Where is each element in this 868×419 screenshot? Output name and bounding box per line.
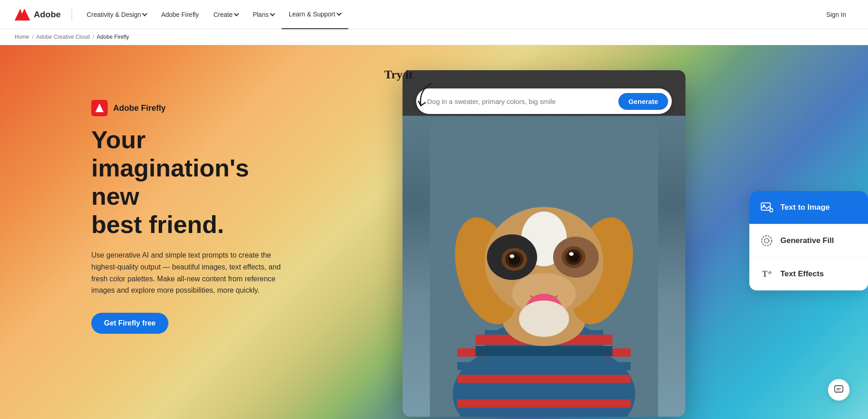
firefly-badge-label: Adobe Firefly xyxy=(113,103,166,113)
feature-item-text-effects[interactable]: T Text Effects xyxy=(749,258,868,290)
dog-svg xyxy=(430,120,658,417)
chevron-down-icon xyxy=(270,11,275,16)
demo-search-bar: Generate xyxy=(416,88,672,114)
adobe-logo-link[interactable]: Adobe xyxy=(15,8,61,21)
svg-point-42 xyxy=(762,236,772,246)
svg-marker-3 xyxy=(95,103,104,112)
breadcrumb-home[interactable]: Home xyxy=(15,34,29,40)
chevron-down-icon xyxy=(336,10,341,16)
hero-headline: Your imagination's new best friend. xyxy=(91,125,292,238)
text-effects-label: Text Effects xyxy=(780,269,824,279)
svg-point-30 xyxy=(569,252,574,256)
generative-fill-icon xyxy=(759,233,774,248)
nav-divider xyxy=(72,8,72,21)
svg-rect-10 xyxy=(457,399,631,408)
firefly-logo-icon xyxy=(94,103,105,113)
hero-section: Adobe Firefly Your imagination's new bes… xyxy=(0,45,868,419)
nav-right: Sign In xyxy=(819,7,853,22)
image-icon xyxy=(759,200,774,215)
nav-link-creativity-design[interactable]: Creativity & Design xyxy=(79,0,154,29)
generate-button[interactable]: Generate xyxy=(618,93,668,110)
svg-text:T: T xyxy=(762,269,768,279)
chevron-down-icon xyxy=(234,11,239,16)
feature-item-generative-fill[interactable]: Generative Fill xyxy=(749,224,868,258)
nav-link-adobe-firefly[interactable]: Adobe Firefly xyxy=(154,0,206,29)
nav-links: Creativity & Design Adobe Firefly Create… xyxy=(79,0,819,29)
chat-icon xyxy=(834,385,844,395)
demo-card: Generate xyxy=(403,70,685,417)
hero-right-content: Try it Generate xyxy=(366,45,868,419)
adobe-wordmark: Adobe xyxy=(34,10,61,20)
main-navigation: Adobe Creativity & Design Adobe Firefly … xyxy=(0,0,868,29)
generative-fill-label: Generative Fill xyxy=(780,236,834,245)
hero-body-text: Use generative AI and simple text prompt… xyxy=(91,249,283,296)
nav-link-plans[interactable]: Plans xyxy=(246,0,282,29)
demo-search-input[interactable] xyxy=(427,98,618,105)
text-effects-icon: T xyxy=(759,267,774,281)
chat-widget-button[interactable] xyxy=(828,379,850,401)
breadcrumb-current: Adobe Firefly xyxy=(97,34,129,40)
breadcrumb-sep-2: / xyxy=(93,34,94,40)
firefly-logo-box xyxy=(91,100,108,116)
sign-in-button[interactable]: Sign In xyxy=(819,7,853,22)
feature-panel: Text to Image Generative Fill T xyxy=(749,191,868,290)
svg-rect-14 xyxy=(476,346,612,356)
nav-link-create[interactable]: Create xyxy=(206,0,246,29)
text-to-image-label: Text to Image xyxy=(780,203,830,212)
svg-rect-8 xyxy=(457,375,631,383)
breadcrumb: Home / Adobe Creative Cloud / Adobe Fire… xyxy=(0,29,868,45)
svg-rect-9 xyxy=(457,387,631,395)
svg-point-43 xyxy=(764,238,769,243)
try-it-text: Try it xyxy=(384,68,413,82)
svg-rect-45 xyxy=(835,386,843,392)
adobe-logo-icon xyxy=(15,8,30,21)
get-firefly-button[interactable]: Get Firefly free xyxy=(91,313,168,334)
chevron-down-icon xyxy=(142,11,147,16)
try-it-callout: Try it xyxy=(384,68,413,82)
breadcrumb-creative-cloud[interactable]: Adobe Creative Cloud xyxy=(36,34,89,40)
try-it-arrow-icon xyxy=(412,81,439,113)
firefly-badge: Adobe Firefly xyxy=(91,100,292,116)
hero-left-content: Adobe Firefly Your imagination's new bes… xyxy=(0,45,319,361)
feature-item-text-to-image[interactable]: Text to Image xyxy=(749,191,868,224)
nav-link-learn-support[interactable]: Learn & Support xyxy=(282,0,348,29)
dog-image xyxy=(403,120,685,417)
breadcrumb-sep-1: / xyxy=(32,34,33,40)
svg-point-26 xyxy=(510,254,514,258)
svg-point-36 xyxy=(519,300,569,337)
